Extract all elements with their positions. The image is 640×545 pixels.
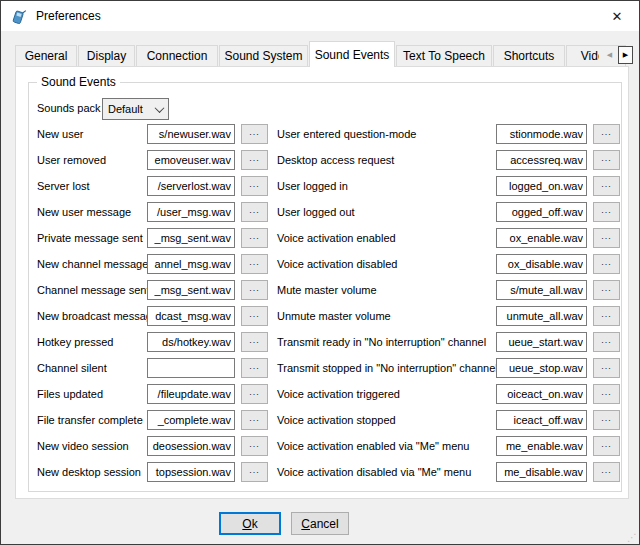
sound-file-input[interactable] [496,436,587,456]
sound-file-input[interactable] [496,462,587,482]
sound-file-input[interactable] [496,332,587,352]
sound-file-input[interactable] [496,254,587,274]
browse-button[interactable]: ... [593,306,620,326]
ok-button[interactable]: Ok [219,512,281,535]
sound-event-label: Mute master volume [277,284,377,296]
browse-button[interactable]: ... [593,124,620,144]
sound-event-row: Transmit ready in "No interruption" chan… [16,332,628,358]
sound-event-label: Voice activation enabled [277,232,396,244]
groupbox-title: Sound Events [37,75,120,89]
tab-label: General [25,49,68,63]
browse-button[interactable]: ... [593,176,620,196]
tab-display[interactable]: Display [78,45,135,66]
tab-shortcuts[interactable]: Shortcuts [493,45,565,66]
tab-scroll-left-button[interactable]: ◀ [602,46,617,64]
sound-event-row: Voice activation stopped ... [16,410,628,436]
sound-event-label: User logged in [277,180,348,192]
browse-button[interactable]: ... [593,462,620,482]
sound-event-label: Voice activation disabled [277,258,397,270]
sound-event-row: Desktop access request ... [16,150,628,176]
tab-page-sound-events: Sound Events Sounds pack Default New use… [15,66,629,499]
sound-event-label: Transmit ready in "No interruption" chan… [277,336,486,348]
arrow-left-icon: ◀ [607,51,612,59]
sound-file-input[interactable] [496,280,587,300]
sound-file-input[interactable] [496,306,587,326]
tab-label: Connection [147,49,208,63]
sound-event-row: Unmute master volume ... [16,306,628,332]
sound-event-label: Voice activation stopped [277,414,396,426]
sounds-pack-label: Sounds pack [37,102,101,114]
sound-file-input[interactable] [496,150,587,170]
tab-connection[interactable]: Connection [136,45,218,66]
sound-event-row: Voice activation triggered ... [16,384,628,410]
tab-label: Shortcuts [504,49,555,63]
sound-event-row: User logged out ... [16,202,628,228]
browse-button[interactable]: ... [593,202,620,222]
browse-button[interactable]: ... [593,358,620,378]
sound-file-input[interactable] [496,358,587,378]
sound-event-label: Transmit stopped in "No interruption" ch… [277,362,498,374]
browse-button[interactable]: ... [593,410,620,430]
browse-button[interactable]: ... [593,228,620,248]
sound-event-label: Desktop access request [277,154,394,166]
sound-event-row: Voice activation disabled via "Me" menu … [16,462,628,488]
close-icon: ✕ [612,9,623,24]
sound-file-input[interactable] [496,228,587,248]
tab-text-to-speech[interactable]: Text To Speech [396,45,492,66]
tab-bar: General Display Connection Sound System … [15,41,633,67]
sound-file-input[interactable] [496,124,587,144]
sound-event-label: User logged out [277,206,355,218]
sound-event-row: Voice activation disabled ... [16,254,628,280]
sound-file-input[interactable] [496,410,587,430]
sound-event-label: Unmute master volume [277,310,391,322]
sound-event-row: User logged in ... [16,176,628,202]
sound-event-row: Voice activation enabled via "Me" menu .… [16,436,628,462]
sound-file-input[interactable] [496,202,587,222]
sound-event-row: Voice activation enabled ... [16,228,628,254]
tab-scroll-right-button[interactable]: ▶ [618,46,633,64]
arrow-right-icon: ▶ [623,51,628,59]
resize-grip[interactable]: ⋰ [627,533,637,543]
tab-label: Sound Events [315,48,390,62]
sound-file-input[interactable] [496,176,587,196]
tab-label: Display [87,49,126,63]
tab-general[interactable]: General [15,45,77,66]
sounds-pack-select[interactable]: Default [102,98,169,120]
sound-event-label: User entered question-mode [277,128,416,140]
window-title: Preferences [36,9,101,23]
browse-button[interactable]: ... [593,436,620,456]
sound-event-label: Voice activation triggered [277,388,400,400]
browse-button[interactable]: ... [593,150,620,170]
sound-event-label: Voice activation disabled via "Me" menu [277,466,471,478]
title-bar: Preferences ✕ [1,1,639,31]
tab-scroller: ◀ ▶ [599,46,633,64]
sound-event-row: Transmit stopped in "No interruption" ch… [16,358,628,384]
cancel-button[interactable]: Cancel [291,512,349,535]
sound-file-input[interactable] [496,384,587,404]
app-icon [10,8,27,25]
tab-sound-system[interactable]: Sound System [219,45,308,66]
chevron-down-icon [155,103,165,113]
tab-sound-events[interactable]: Sound Events [309,41,395,67]
preferences-dialog: Preferences ✕ General Display Connection… [0,0,640,545]
sound-event-row: User entered question-mode ... [16,124,628,150]
events-column-right: User entered question-mode ... Desktop a… [16,124,628,488]
browse-button[interactable]: ... [593,384,620,404]
sounds-pack-value: Default [108,103,143,115]
browse-button[interactable]: ... [593,254,620,274]
browse-button[interactable]: ... [593,332,620,352]
close-button[interactable]: ✕ [595,1,639,31]
browse-button[interactable]: ... [593,280,620,300]
tab-label: Sound System [224,49,302,63]
sound-event-label: Voice activation enabled via "Me" menu [277,440,469,452]
tab-label: Text To Speech [403,49,485,63]
sound-event-row: Mute master volume ... [16,280,628,306]
